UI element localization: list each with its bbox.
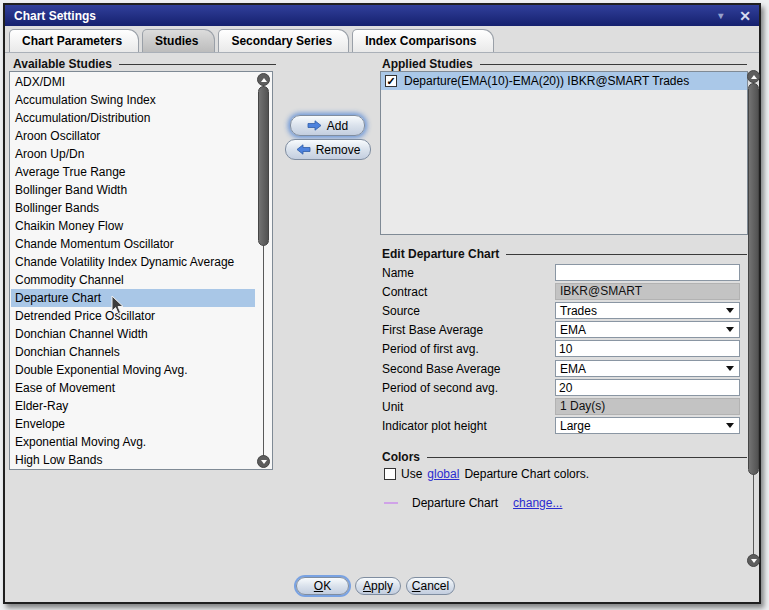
study-list-item[interactable]: Bollinger Bands (11, 199, 255, 217)
available-studies-list: ADX/DMIAccumulation Swing IndexAccumulat… (9, 71, 273, 470)
first-base-average-label: First Base Average (382, 323, 483, 337)
form-row: Indicator plot heightLarge (382, 417, 742, 434)
tab-secondary-series[interactable]: Secondary Series (218, 29, 349, 52)
available-studies-title: Available Studies (13, 57, 112, 71)
tab-chart-parameters[interactable]: Chart Parameters (9, 29, 139, 52)
study-list-item[interactable]: Average True Range (11, 163, 255, 181)
dropdown-arrow-icon (726, 327, 734, 332)
form-row: Name (382, 264, 742, 281)
available-studies-scrollbar[interactable] (256, 73, 271, 468)
contract-value: IBKR@SMART (555, 283, 740, 300)
first-base-average-select[interactable]: EMA (555, 321, 740, 338)
applied-studies-title: Applied Studies (382, 57, 473, 71)
mouse-cursor-icon (111, 295, 125, 316)
study-list-item[interactable]: Accumulation/Distribution (11, 109, 255, 127)
header-rule (427, 457, 747, 458)
header-rule (119, 64, 276, 65)
contract-label: Contract (382, 285, 427, 299)
dropdown-arrow-icon (726, 308, 734, 313)
change-color-link[interactable]: change... (513, 496, 562, 510)
form-row: Period of first avg. (382, 340, 742, 357)
header-rule (480, 64, 747, 65)
arrow-right-icon (307, 120, 322, 131)
applied-study-checkbox[interactable]: ✓ (385, 75, 397, 87)
edit-section-title: Edit Departure Chart (382, 247, 499, 261)
dropdown-arrow-icon (726, 423, 734, 428)
scroll-up-icon[interactable] (257, 73, 270, 86)
study-list-item[interactable]: Exponential Moving Avg. (11, 433, 255, 451)
cancel-button[interactable]: Cancel (406, 577, 455, 595)
study-list-item[interactable]: Ease of Movement (11, 379, 255, 397)
dialog-scrollbar[interactable] (746, 70, 761, 567)
study-list-item[interactable]: Chaikin Money Flow (11, 217, 255, 235)
scrollbar-thumb[interactable] (748, 83, 759, 475)
study-list-item[interactable]: Elder-Ray (11, 397, 255, 415)
selected-value: Large (560, 419, 726, 433)
close-icon[interactable]: ✕ (739, 9, 751, 23)
source-select[interactable]: Trades (555, 302, 740, 319)
study-list-item[interactable]: Chande Momentum Oscillator (11, 235, 255, 253)
study-list-item[interactable]: Donchian Channels (11, 343, 255, 361)
applied-study-row[interactable]: ✓Departure(EMA(10)-EMA(20)) IBKR@SMART T… (381, 72, 747, 90)
form-row: SourceTrades (382, 302, 742, 319)
ok-button[interactable]: OK (296, 577, 349, 595)
dropdown-arrow-icon (726, 366, 734, 371)
study-list-item[interactable]: Commodity Channel (11, 271, 255, 289)
tab-studies[interactable]: Studies (142, 29, 215, 52)
study-list-item[interactable]: Donchian Channel Width (11, 325, 255, 343)
add-button[interactable]: Add (290, 115, 365, 136)
use-global-colors-row: Use global Departure Chart colors. (384, 467, 589, 481)
study-list-item[interactable]: ADX/DMI (11, 73, 255, 91)
use-global-colors-checkbox[interactable] (384, 468, 396, 480)
study-list-item[interactable]: Aroon Up/Dn (11, 145, 255, 163)
tab-index-comparisons[interactable]: Index Comparisons (352, 29, 493, 52)
add-button-label: Add (327, 119, 348, 133)
header-rule (506, 254, 747, 255)
study-list-item[interactable]: Double Exponential Moving Avg. (11, 361, 255, 379)
study-list-item[interactable]: High Low Bands (11, 451, 255, 468)
departure-chart-color-label: Departure Chart (412, 496, 498, 510)
colors-section-header: Colors (382, 450, 747, 464)
dialog-content: Chart ParametersStudiesSecondary SeriesI… (5, 26, 759, 602)
study-list-item[interactable]: Detrended Price Oscillator (11, 307, 255, 325)
scroll-down-icon[interactable] (257, 455, 270, 468)
period-of-second-avg-label: Period of second avg. (382, 381, 498, 395)
tab-baseline (5, 52, 759, 53)
scroll-up-icon[interactable] (747, 70, 760, 83)
study-list-item[interactable]: Chande Volatility Index Dynamic Average (11, 253, 255, 271)
period-of-first-avg-input[interactable] (555, 340, 740, 357)
use-global-text-suffix: Departure Chart colors. (464, 467, 589, 481)
period-of-first-avg-label: Period of first avg. (382, 342, 479, 356)
study-list-item[interactable]: Aroon Oscillator (11, 127, 255, 145)
global-link[interactable]: global (427, 467, 459, 481)
unit-label: Unit (382, 400, 403, 414)
study-list-item[interactable]: Envelope (11, 415, 255, 433)
edit-section-header: Edit Departure Chart (382, 247, 747, 261)
unit-value: 1 Day(s) (555, 398, 740, 415)
departure-chart-color-row: Departure Chart change... (384, 496, 562, 510)
tab-bar: Chart ParametersStudiesSecondary SeriesI… (9, 29, 494, 52)
scrollbar-thumb[interactable] (258, 86, 269, 246)
window-title: Chart Settings (14, 9, 96, 23)
form-row: Period of second avg. (382, 379, 742, 396)
indicator-plot-height-select[interactable]: Large (555, 417, 740, 434)
indicator-plot-height-label: Indicator plot height (382, 419, 487, 433)
period-of-second-avg-input[interactable] (555, 379, 740, 396)
second-base-average-select[interactable]: EMA (555, 360, 740, 377)
available-studies-items: ADX/DMIAccumulation Swing IndexAccumulat… (11, 73, 255, 468)
scroll-down-icon[interactable] (747, 554, 760, 567)
title-bar[interactable]: Chart Settings ▾ ✕ (5, 5, 759, 26)
study-list-item[interactable]: Departure Chart (11, 289, 255, 307)
remove-button[interactable]: Remove (285, 139, 371, 160)
window-menu-icon[interactable]: ▾ (718, 11, 723, 21)
chart-settings-dialog: Chart Settings ▾ ✕ Chart ParametersStudi… (3, 3, 761, 604)
apply-button[interactable]: Apply (355, 577, 401, 595)
study-list-item[interactable]: Bollinger Band Width (11, 181, 255, 199)
selected-value: EMA (560, 362, 726, 376)
applied-studies-list: ✓Departure(EMA(10)-EMA(20)) IBKR@SMART T… (380, 71, 748, 235)
selected-value: EMA (560, 323, 726, 337)
study-list-item[interactable]: Accumulation Swing Index (11, 91, 255, 109)
name-input[interactable] (555, 264, 740, 281)
departure-chart-color-swatch (384, 502, 398, 504)
applied-studies-header: Applied Studies (382, 57, 747, 71)
